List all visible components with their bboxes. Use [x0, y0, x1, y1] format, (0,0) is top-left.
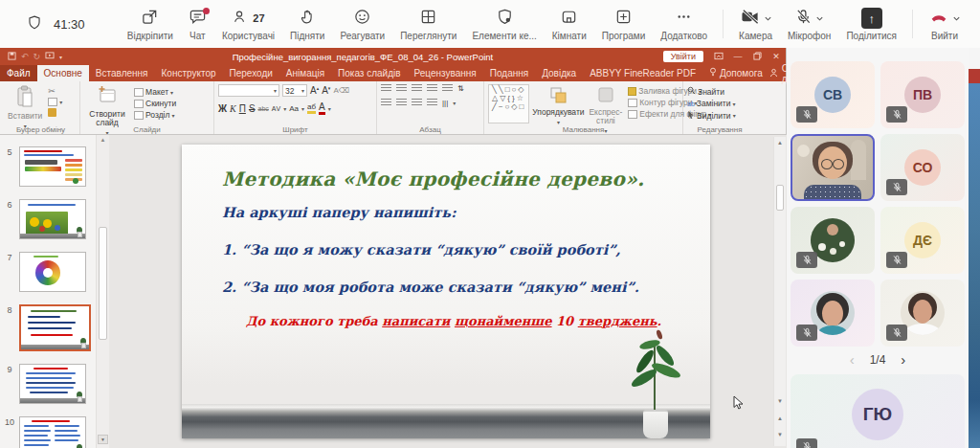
- text-direction-icon[interactable]: ⇅: [457, 84, 464, 93]
- tab-design[interactable]: Конструктор: [155, 65, 223, 81]
- shapes-gallery[interactable]: ╲╲□○◇△▽{}☆╱~○◇□: [488, 84, 529, 123]
- next-page-icon[interactable]: ›: [901, 351, 905, 368]
- scroll-pin-icon[interactable]: ▼: [98, 435, 108, 444]
- change-case-button[interactable]: Aa: [289, 104, 299, 113]
- participants-button[interactable]: 27 Користувачі: [214, 7, 282, 41]
- mic-chevron-icon[interactable]: [815, 10, 824, 27]
- participant-tile-photo-flowers[interactable]: [791, 207, 875, 274]
- control-elements-button[interactable]: Елементи ке...: [464, 7, 544, 41]
- ppt-titlebar[interactable]: ↶ ↻ ▾ Професійне_вигорання_педагогів_ФЕ_…: [0, 48, 786, 65]
- raise-hand-button[interactable]: Підняти: [282, 7, 332, 41]
- layout-button[interactable]: Макет▾: [134, 87, 176, 97]
- italic-button[interactable]: К: [230, 103, 236, 114]
- sign-in-button[interactable]: Увійти: [663, 51, 703, 62]
- strikethrough-button[interactable]: S: [249, 103, 256, 114]
- redo-icon[interactable]: ↻: [33, 52, 41, 61]
- tab-transitions[interactable]: Переходи: [223, 65, 279, 81]
- participant-tile-photo-3[interactable]: [880, 280, 965, 347]
- close-button[interactable]: ✕: [767, 52, 786, 61]
- previous-slide-button[interactable]: ▲: [774, 415, 786, 421]
- canvas-scrollbar[interactable]: ▲ ▼ ▲ ▼: [773, 137, 786, 446]
- previous-page-icon[interactable]: ‹: [850, 351, 855, 368]
- camera-button[interactable]: Камера: [731, 7, 780, 41]
- slide-canvas[interactable]: Методика «Моє професійне дерево». На арк…: [182, 145, 710, 438]
- quick-styles-button[interactable]: Експрес-стилі▾: [587, 84, 624, 123]
- shrink-font-icon[interactable]: А▾: [322, 85, 330, 96]
- cut-button[interactable]: ✂: [48, 86, 62, 96]
- section-button[interactable]: Розділ▾: [134, 110, 176, 120]
- tab-animations[interactable]: Анімація: [279, 65, 331, 81]
- restore-button[interactable]: [747, 52, 767, 62]
- participant-tile-pv[interactable]: ПВ: [880, 61, 965, 128]
- canvas-scroll-thumb[interactable]: [776, 185, 784, 211]
- char-spacing-button[interactable]: АV: [272, 105, 280, 112]
- react-button[interactable]: Реагувати: [332, 7, 392, 41]
- scroll-up-icon[interactable]: ▲: [774, 140, 786, 146]
- thumbnail-row-8-selected[interactable]: 8: [0, 304, 96, 351]
- tab-home[interactable]: Основне: [37, 65, 89, 81]
- participant-tile-dye[interactable]: ДЄ: [880, 207, 965, 274]
- more-button[interactable]: Додатково: [653, 7, 715, 41]
- slide-5-thumbnail[interactable]: [19, 146, 86, 187]
- clear-format-icon[interactable]: А⌫: [333, 86, 349, 95]
- participant-tile-so[interactable]: СО: [880, 134, 965, 201]
- microphone-button[interactable]: Мікрофон: [780, 7, 838, 41]
- numbering-icon[interactable]: [396, 84, 407, 93]
- minimize-button[interactable]: —: [728, 52, 747, 61]
- tab-review[interactable]: Рецензування: [408, 65, 483, 81]
- paste-button[interactable]: Вставити▾: [6, 84, 44, 123]
- align-left-icon[interactable]: [381, 99, 391, 107]
- thumbnail-scroll-thumb[interactable]: [99, 227, 107, 340]
- slide-9-thumbnail[interactable]: [19, 364, 86, 404]
- tab-file[interactable]: Файл: [0, 65, 37, 81]
- camera-chevron-icon[interactable]: [764, 10, 772, 27]
- find-button[interactable]: Знайти: [687, 86, 736, 97]
- columns-icon[interactable]: |||: [442, 99, 448, 107]
- copy-button[interactable]: ▾: [48, 98, 62, 106]
- scroll-down-icon[interactable]: ▼: [774, 398, 786, 404]
- slide-10-thumbnail[interactable]: [19, 416, 86, 448]
- tab-help[interactable]: Допомога: [702, 65, 769, 81]
- slide-8-thumbnail[interactable]: [19, 304, 91, 351]
- select-button[interactable]: Виділити▾: [687, 110, 736, 121]
- format-painter-button[interactable]: [48, 108, 62, 117]
- align-right-icon[interactable]: [412, 99, 422, 107]
- slide-6-thumbnail[interactable]: [19, 199, 86, 239]
- thumbnail-row-7[interactable]: 7: [0, 252, 96, 292]
- ribbon-options-icon[interactable]: [709, 52, 728, 62]
- rooms-button[interactable]: Кімнати: [545, 7, 594, 41]
- slideshow-icon[interactable]: [45, 52, 55, 62]
- new-slide-button[interactable]: Створити слайд▾: [84, 84, 130, 123]
- slide-7-thumbnail[interactable]: [19, 252, 86, 292]
- increase-indent-icon[interactable]: [427, 84, 437, 93]
- justify-icon[interactable]: [427, 99, 437, 107]
- font-size-combobox[interactable]: 32▾: [282, 84, 307, 97]
- arrange-button[interactable]: Упорядкувати▾: [533, 84, 583, 123]
- tab-insert[interactable]: Вставлення: [89, 65, 155, 81]
- participant-tile-sv[interactable]: СВ: [791, 61, 875, 128]
- tab-abbyy[interactable]: ABBYY FineReader PDF: [583, 65, 702, 81]
- grow-font-icon[interactable]: А▴: [310, 85, 319, 96]
- chat-button[interactable]: Чат: [181, 7, 214, 41]
- leave-chevron-icon[interactable]: [952, 10, 961, 27]
- font-name-combobox[interactable]: ▾: [218, 84, 279, 97]
- participant-tile-gyu[interactable]: ГЮ: [791, 374, 965, 448]
- unpin-button[interactable]: Відкріпити: [120, 7, 181, 41]
- align-center-icon[interactable]: [396, 99, 407, 107]
- apps-button[interactable]: Програми: [594, 7, 654, 41]
- participant-tile-photo-2[interactable]: [791, 280, 875, 347]
- leave-button[interactable]: Вийти: [921, 7, 969, 41]
- thumbnail-scrollbar[interactable]: ▲ ▼: [96, 135, 109, 448]
- view-button[interactable]: Переглянути: [392, 7, 464, 41]
- tab-slideshow[interactable]: Показ слайдів: [331, 65, 408, 81]
- line-spacing-icon[interactable]: [442, 84, 453, 93]
- decrease-indent-icon[interactable]: [412, 84, 422, 93]
- tab-reference[interactable]: Довідка: [535, 65, 583, 81]
- thumbnail-row-5[interactable]: 5: [0, 146, 96, 187]
- underline-button[interactable]: П: [239, 103, 246, 114]
- highlight-button[interactable]: аб: [307, 102, 316, 114]
- share-button[interactable]: ↑ Поділитися: [838, 7, 904, 41]
- scroll-up-icon[interactable]: ▲: [97, 137, 109, 143]
- next-slide-button[interactable]: ▼: [774, 432, 786, 437]
- tab-view[interactable]: Подання: [483, 65, 535, 81]
